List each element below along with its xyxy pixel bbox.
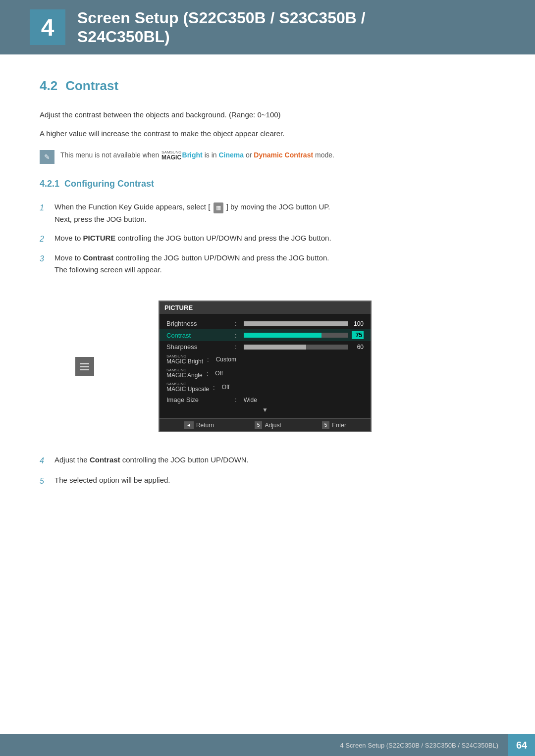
osd-row-brightness: Brightness : 100 xyxy=(160,318,371,329)
subsection-heading: 4.2.1 Configuring Contrast xyxy=(40,179,495,189)
osd-footer-enter: 5 Enter xyxy=(322,421,346,429)
description-2: A higher value will increase the contras… xyxy=(40,127,495,140)
step-2: 2 Move to PICTURE controlling the JOG bu… xyxy=(40,232,495,246)
osd-scroll-indicator: ▼ xyxy=(160,405,371,414)
osd-row-magic-bright: SAMSUNG MAGIC Bright : Custom xyxy=(160,353,371,366)
osd-body: Brightness : 100 Contrast : 75 xyxy=(160,314,371,418)
note-box: ✎ This menu is not available when SAMSUN… xyxy=(40,150,495,164)
jog-control-icon xyxy=(75,357,94,376)
osd-footer-adjust: 5 Adjust xyxy=(255,421,281,429)
osd-row-contrast: Contrast : 75 xyxy=(160,329,371,341)
step-5: 5 The selected option will be applied. xyxy=(40,474,495,488)
osd-row-image-size: Image Size : Wide xyxy=(160,394,371,405)
steps-list-2: 4 Adjust the Contrast controlling the JO… xyxy=(40,454,495,487)
osd-row-magic-upscale: SAMSUNG MAGIC Upscale : Off xyxy=(160,380,371,394)
footer-text: 4 Screen Setup (S22C350B / S23C350B / S2… xyxy=(0,742,508,749)
note-icon: ✎ xyxy=(40,150,54,164)
osd-row-sharpness: Sharpness : 60 xyxy=(160,341,371,353)
note-text: This menu is not available when SAMSUNGM… xyxy=(60,150,334,160)
section-heading: 4.2 Contrast xyxy=(40,78,495,94)
osd-screen: PICTURE Brightness : 100 Contrast : xyxy=(159,301,372,432)
brand-magic: SAMSUNGMAGIC xyxy=(161,151,181,160)
osd-title: PICTURE xyxy=(160,302,371,314)
main-content: 4.2 Contrast Adjust the contrast between… xyxy=(0,54,535,534)
jog-icon-step1: ▦ xyxy=(214,202,223,213)
page-number: 64 xyxy=(508,734,535,756)
step-1: 1 When the Function Key Guide appears, s… xyxy=(40,201,495,225)
osd-row-magic-angle: SAMSUNG MAGIC Angle : Off xyxy=(160,366,371,380)
steps-list: 1 When the Function Key Guide appears, s… xyxy=(40,201,495,276)
osd-wrapper: PICTURE Brightness : 100 Contrast : xyxy=(99,292,372,441)
step-3: 3 Move to Contrast controlling the JOG b… xyxy=(40,252,495,276)
step-4: 4 Adjust the Contrast controlling the JO… xyxy=(40,454,495,467)
osd-footer-return: ◄ Return xyxy=(184,421,214,429)
section-title: Contrast xyxy=(65,78,118,94)
section-number: 4.2 xyxy=(40,78,57,94)
chapter-number: 4 xyxy=(30,9,65,45)
chapter-header: 4 Screen Setup (S22C350B / S23C350B / S2… xyxy=(0,0,535,54)
osd-footer: ◄ Return 5 Adjust 5 Enter xyxy=(160,418,371,431)
chapter-title: Screen Setup (S22C350B / S23C350B / S24C… xyxy=(77,8,366,47)
description-1: Adjust the contrast between the objects … xyxy=(40,108,495,121)
page-footer: 4 Screen Setup (S22C350B / S23C350B / S2… xyxy=(0,734,535,756)
